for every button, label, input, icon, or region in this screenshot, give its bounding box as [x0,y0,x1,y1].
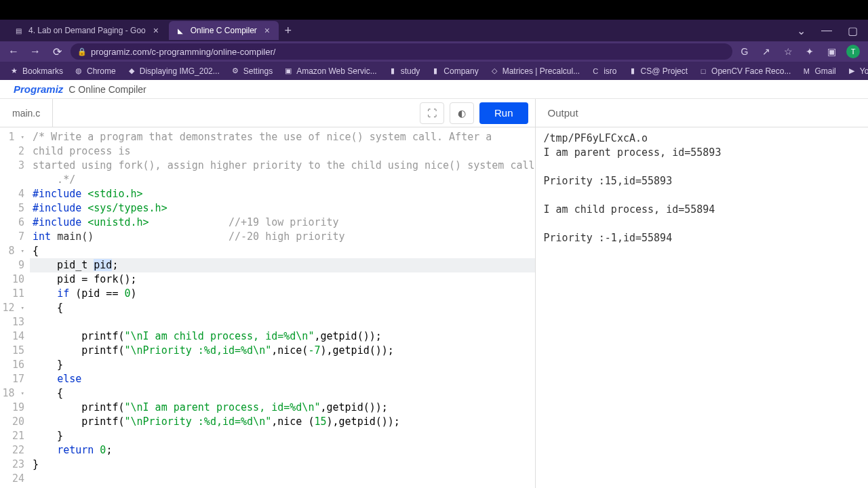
site-header: Programiz C Online Compiler [0,80,868,99]
file-tab[interactable]: main.c [0,99,53,127]
code-line[interactable]: if (pid == 0) [30,287,535,301]
site-logo[interactable]: Programiz [14,83,63,95]
tab-title: Online C Compiler [191,26,257,35]
bookmark-label: Company [443,66,478,76]
code-line[interactable]: child process is [30,144,535,159]
bookmark-icon: ▣ [283,66,293,76]
close-icon[interactable]: × [262,26,272,35]
bookmark-item[interactable]: ▶YouTube [843,66,868,76]
bookmark-item[interactable]: ★Bookmarks [5,66,67,76]
bookmark-icon: ▮ [628,66,637,76]
page-content: Programiz C Online Compiler main.c ⛶ ◐ R… [0,80,868,488]
editor-toolbar: main.c ⛶ ◐ Run [0,99,535,127]
bookmark-item[interactable]: □OpenCV Face Reco... [694,66,795,76]
browser-tab-1[interactable]: ◣ Online C Compiler × [169,21,279,40]
bookmark-label: isro [604,66,616,76]
bookmark-icon: ◇ [490,66,499,76]
doc-icon: ▤ [14,26,23,35]
maximize-icon[interactable]: ▢ [846,24,859,37]
bookmark-label: Matrices | Precalcul... [502,66,580,76]
code-line[interactable]: #include <unistd.h> //+19 low priority [30,216,535,230]
bookmark-label: Settings [243,66,273,76]
bookmark-item[interactable]: ▮study [384,66,425,76]
browser-tab-0[interactable]: ▤ 4. Lab on Demand Paging - Goo × [7,21,167,40]
bookmark-item[interactable]: ◆Displaying IMG_202... [123,66,224,76]
code-line[interactable]: .*/ [30,173,535,187]
panel-icon[interactable]: ▣ [825,45,838,58]
bookmark-item[interactable]: ◇Matrices | Precalcul... [486,66,584,76]
close-icon[interactable]: × [151,26,161,35]
code-line[interactable]: printf("\nPriority :%d,id=%d\n",nice (15… [30,415,535,429]
code-lines[interactable]: /* Write a program that demonstrates the… [30,130,535,488]
new-tab-button[interactable]: + [280,22,296,39]
bookmark-label: CS@ Project [641,66,688,76]
code-line[interactable]: else [30,372,535,386]
bookmark-item[interactable]: ⚙Settings [226,66,277,76]
bookmark-label: Bookmarks [22,66,63,76]
code-line[interactable]: pid_t pid; [30,258,535,272]
code-line[interactable]: } [30,458,535,472]
bookmark-item[interactable]: ▮Company [427,66,482,76]
bookmark-label: OpenCV Face Reco... [711,66,791,76]
bookmark-icon: ⚙ [231,66,240,76]
site-icon: ◣ [176,26,185,35]
back-button[interactable]: ← [5,43,22,60]
reload-button[interactable]: ⟳ [49,43,65,60]
code-editor[interactable]: 1 ▾2 3 4 5 6 7 8 ▾9 10 11 12 ▾13 14 15 1… [0,127,535,488]
bookmark-label: Amazon Web Servic... [296,66,377,76]
run-button[interactable]: Run [479,102,528,124]
bookmark-label: Chrome [87,66,116,76]
tab-title: 4. Lab on Demand Paging - Goo [28,26,146,35]
code-line[interactable]: printf("\nI am parent process, id=%d\n",… [30,401,535,415]
bookmarks-bar: ★Bookmarks◍Chrome◆Displaying IMG_202...⚙… [0,62,868,80]
bookmark-item[interactable]: ▮CS@ Project [624,66,692,76]
url-text: programiz.com/c-programming/online-compi… [91,47,275,57]
fullscreen-button[interactable]: ⛶ [420,102,444,124]
workspace: main.c ⛶ ◐ Run 1 ▾2 3 4 5 6 7 8 ▾9 10 11… [0,99,868,488]
bookmark-item[interactable]: MGmail [797,66,840,76]
tab-search-icon[interactable]: ⌄ [795,24,807,37]
translate-icon[interactable]: G [738,45,751,58]
code-line[interactable]: printf("\nPriority :%d,id=%d\n",nice(-7)… [30,344,535,358]
code-line[interactable]: int main() //-20 high priority [30,230,535,244]
code-line[interactable] [30,472,535,486]
bookmark-label: YouTube [860,66,868,76]
share-icon[interactable]: ↗ [760,45,773,58]
code-line[interactable]: #include <sys/types.h> [30,201,535,216]
code-line[interactable]: } [30,429,535,443]
code-line[interactable]: } [30,358,535,372]
editor-pane: main.c ⛶ ◐ Run 1 ▾2 3 4 5 6 7 8 ▾9 10 11… [0,99,536,488]
code-line[interactable]: pid = fork(); [30,272,535,287]
bookmark-label: Displaying IMG_202... [140,66,220,76]
extensions-icon[interactable]: ✦ [803,45,816,58]
code-line[interactable]: #include <stdio.h> [30,187,535,201]
forward-button[interactable]: → [27,43,43,60]
code-line[interactable]: printf("\nI am child process, id=%d\n",g… [30,329,535,344]
line-gutter: 1 ▾2 3 4 5 6 7 8 ▾9 10 11 12 ▾13 14 15 1… [0,130,30,488]
minimize-icon[interactable]: — [821,24,833,37]
bookmark-icon: ◆ [127,66,136,76]
bookmark-item[interactable]: ▣Amazon Web Servic... [279,66,381,76]
code-line[interactable]: started using fork(), assign higher prio… [30,159,535,173]
bookmark-icon: C [591,66,600,76]
bookmark-item[interactable]: ◍Chrome [70,66,120,76]
bookmark-label: study [401,66,420,76]
url-input[interactable]: 🔒 programiz.com/c-programming/online-com… [71,43,732,60]
window-top-black-bar [0,0,868,20]
bookmark-icon: ▶ [847,66,856,76]
code-line[interactable] [30,315,535,329]
bookmark-icon: M [802,66,811,76]
bookmark-label: Gmail [814,66,835,76]
bookmark-icon: □ [698,66,708,76]
code-line[interactable]: { [30,244,535,258]
code-line[interactable]: { [30,386,535,401]
theme-toggle-button[interactable]: ◐ [450,102,474,124]
output-body[interactable]: /tmp/PF6yLFCxcA.o I am parent process, i… [536,127,868,488]
code-line[interactable]: /* Write a program that demonstrates the… [30,130,535,144]
bookmark-icon: ▮ [431,66,440,76]
bookmark-item[interactable]: Cisro [587,66,620,76]
profile-avatar[interactable]: T [846,45,860,58]
bookmark-star-icon[interactable]: ☆ [781,45,795,58]
code-line[interactable]: return 0; [30,443,535,458]
code-line[interactable]: { [30,301,535,315]
